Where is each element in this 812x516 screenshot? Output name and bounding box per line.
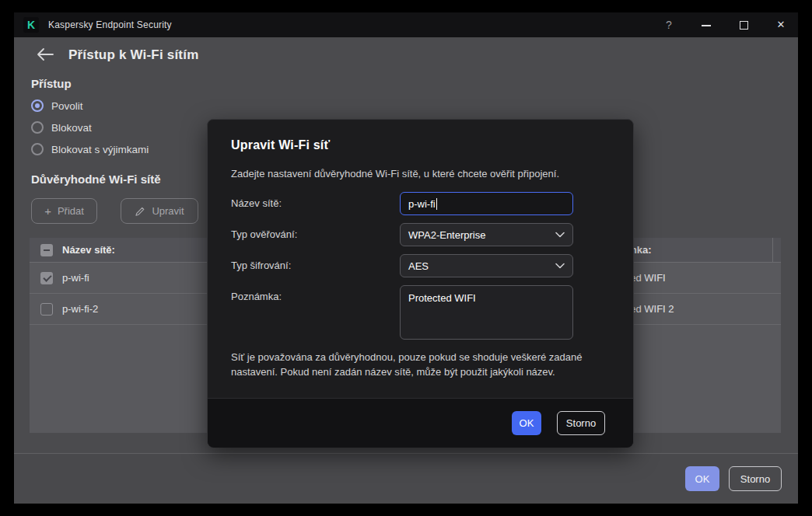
- network-name-value: p-wi-fi: [408, 198, 436, 210]
- radio-unselected-icon[interactable]: [31, 143, 44, 155]
- radio-selected-icon[interactable]: [31, 99, 44, 112]
- minimize-icon: [702, 25, 711, 26]
- app-window: K Kaspersky Endpoint Security ? ✕ Přístu…: [14, 12, 798, 504]
- network-name-cell: p-wi-fi-2: [62, 294, 98, 325]
- encryption-type-value: AES: [408, 260, 429, 272]
- comment-label: Poznámka:: [231, 291, 282, 302]
- chevron-down-icon: [555, 263, 565, 269]
- encryption-type-label: Typ šifrování:: [231, 260, 291, 271]
- maximize-button[interactable]: [731, 12, 756, 37]
- radio-option-blokovat-s-vyjimkami[interactable]: Blokovat s výjimkami: [31, 141, 149, 157]
- dialog-note: Síť je považována za důvěryhodnou, pouze…: [231, 350, 614, 380]
- radio-option-povolit[interactable]: Povolit: [31, 98, 83, 113]
- dialog-ok-button[interactable]: OK: [512, 411, 541, 435]
- radio-label: Blokovat: [51, 122, 92, 134]
- network-name-cell: p-wi-fi: [62, 263, 89, 294]
- page-footer: OK Storno: [14, 454, 798, 504]
- close-button[interactable]: ✕: [768, 12, 793, 37]
- page-title: Přístup k Wi-Fi sítím: [68, 47, 198, 63]
- help-button[interactable]: ?: [656, 12, 681, 37]
- dialog-cancel-button[interactable]: Storno: [557, 411, 605, 435]
- dialog-title: Upravit Wi-Fi síť: [231, 138, 330, 152]
- encryption-type-select[interactable]: AES: [400, 254, 573, 277]
- page-cancel-button[interactable]: Storno: [729, 466, 782, 491]
- plus-icon: +: [44, 205, 51, 217]
- minimize-button[interactable]: [694, 12, 719, 37]
- edit-wifi-dialog: Upravit Wi-Fi síť Zadejte nastavení důvě…: [207, 119, 634, 448]
- back-button[interactable]: [36, 47, 56, 67]
- radio-option-blokovat[interactable]: Blokovat: [31, 120, 92, 135]
- maximize-icon: [740, 21, 748, 30]
- back-arrow-icon: [36, 47, 54, 62]
- comment-textarea[interactable]: Protected WIFI: [400, 285, 573, 340]
- trusted-networks-heading: Důvěryhodné Wi-Fi sítě: [31, 173, 161, 186]
- select-all-checkbox[interactable]: [40, 244, 53, 256]
- edit-network-button[interactable]: Upravit: [121, 198, 198, 224]
- column-divider: [772, 238, 773, 262]
- dialog-footer: OK Storno: [208, 398, 633, 448]
- chevron-down-icon: [555, 232, 565, 238]
- pencil-icon: [135, 206, 145, 217]
- kaspersky-logo-icon: K: [23, 17, 39, 33]
- row-checkbox-checked[interactable]: [40, 272, 53, 284]
- title-bar: K Kaspersky Endpoint Security ? ✕: [14, 12, 798, 37]
- access-heading: Přístup: [31, 77, 72, 90]
- dialog-description: Zadejte nastavení důvěryhodné Wi-Fi sítě…: [231, 168, 559, 180]
- auth-type-value: WPA2-Enterprise: [408, 229, 485, 241]
- auth-type-select[interactable]: WPA2-Enterprise: [400, 223, 573, 246]
- network-name-input[interactable]: p-wi-fi: [400, 192, 573, 215]
- page-ok-button[interactable]: OK: [685, 466, 719, 491]
- add-network-button[interactable]: + Přidat: [31, 198, 97, 224]
- radio-label: Blokovat s výjimkami: [51, 144, 149, 155]
- radio-unselected-icon[interactable]: [31, 121, 44, 134]
- window-title: Kaspersky Endpoint Security: [48, 12, 172, 37]
- network-name-label: Název sítě:: [231, 197, 282, 209]
- radio-label: Povolit: [51, 100, 83, 112]
- text-caret: [436, 198, 437, 210]
- auth-type-label: Typ ověřování:: [231, 228, 297, 240]
- edit-button-label: Upravit: [152, 205, 184, 217]
- column-header-name: Název sítě:: [62, 238, 115, 263]
- add-button-label: Přidat: [58, 205, 84, 217]
- row-checkbox-unchecked[interactable]: [40, 303, 53, 316]
